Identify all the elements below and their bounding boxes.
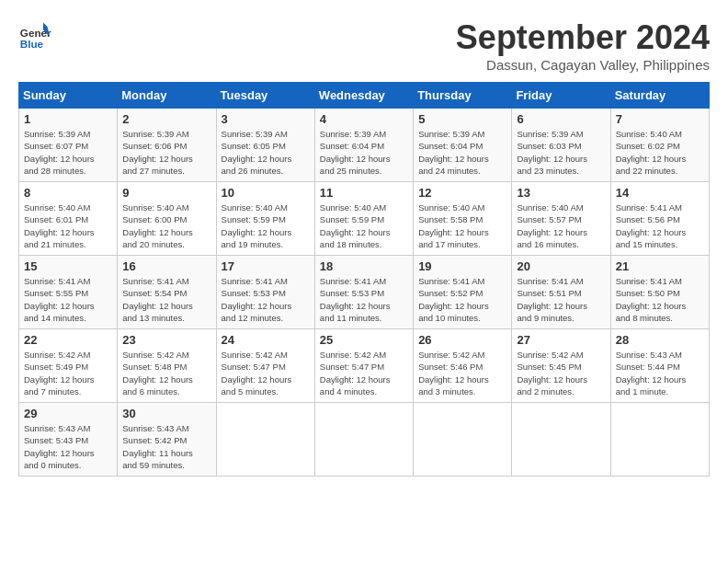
page-header: General Blue September 2024 Dassun, Caga…	[18, 18, 710, 73]
day-number: 2	[122, 112, 210, 126]
table-row: 29Sunrise: 5:43 AM Sunset: 5:43 PM Dayli…	[19, 403, 118, 477]
table-row: 4Sunrise: 5:39 AM Sunset: 6:04 PM Daylig…	[314, 109, 413, 182]
table-row	[216, 403, 314, 477]
table-row: 2Sunrise: 5:39 AM Sunset: 6:06 PM Daylig…	[118, 109, 216, 182]
cell-info: Sunrise: 5:40 AM Sunset: 6:02 PM Dayligh…	[616, 128, 704, 177]
cell-info: Sunrise: 5:42 AM Sunset: 5:48 PM Dayligh…	[122, 349, 210, 397]
col-header-saturday: Saturday	[610, 83, 709, 109]
day-number: 23	[122, 333, 210, 347]
table-row: 14Sunrise: 5:41 AM Sunset: 5:56 PM Dayli…	[610, 182, 709, 256]
cell-info: Sunrise: 5:39 AM Sunset: 6:05 PM Dayligh…	[222, 128, 310, 177]
cell-info: Sunrise: 5:42 AM Sunset: 5:45 PM Dayligh…	[517, 349, 605, 397]
cell-info: Sunrise: 5:41 AM Sunset: 5:51 PM Dayligh…	[517, 275, 605, 324]
table-row: 5Sunrise: 5:39 AM Sunset: 6:04 PM Daylig…	[414, 109, 512, 182]
cell-info: Sunrise: 5:42 AM Sunset: 5:47 PM Dayligh…	[320, 349, 408, 397]
day-number: 7	[616, 112, 704, 126]
logo-icon: General Blue	[18, 18, 51, 52]
day-number: 9	[122, 186, 210, 200]
table-row: 9Sunrise: 5:40 AM Sunset: 6:00 PM Daylig…	[118, 182, 216, 256]
table-row: 18Sunrise: 5:41 AM Sunset: 5:53 PM Dayli…	[314, 256, 413, 329]
day-number: 4	[320, 112, 408, 126]
cell-info: Sunrise: 5:42 AM Sunset: 5:47 PM Dayligh…	[222, 349, 310, 397]
day-number: 5	[418, 112, 506, 126]
cell-info: Sunrise: 5:40 AM Sunset: 6:00 PM Dayligh…	[122, 201, 210, 250]
table-row: 6Sunrise: 5:39 AM Sunset: 6:03 PM Daylig…	[512, 109, 610, 182]
table-row: 1Sunrise: 5:39 AM Sunset: 6:07 PM Daylig…	[19, 109, 118, 182]
table-row: 3Sunrise: 5:39 AM Sunset: 6:05 PM Daylig…	[216, 109, 314, 182]
table-row: 22Sunrise: 5:42 AM Sunset: 5:49 PM Dayli…	[19, 329, 118, 403]
table-row: 25Sunrise: 5:42 AM Sunset: 5:47 PM Dayli…	[314, 329, 413, 403]
day-number: 27	[517, 333, 605, 347]
cell-info: Sunrise: 5:40 AM Sunset: 5:57 PM Dayligh…	[517, 201, 605, 250]
table-row	[512, 403, 610, 477]
day-number: 16	[122, 259, 210, 273]
cell-info: Sunrise: 5:40 AM Sunset: 5:59 PM Dayligh…	[222, 201, 310, 250]
day-number: 13	[517, 186, 605, 200]
day-number: 24	[222, 333, 310, 347]
col-header-monday: Monday	[118, 83, 216, 109]
day-number: 26	[418, 333, 506, 347]
cell-info: Sunrise: 5:41 AM Sunset: 5:56 PM Dayligh…	[616, 201, 704, 250]
day-number: 6	[517, 112, 605, 126]
table-row	[414, 403, 512, 477]
cell-info: Sunrise: 5:40 AM Sunset: 5:59 PM Dayligh…	[320, 201, 408, 250]
table-row: 19Sunrise: 5:41 AM Sunset: 5:52 PM Dayli…	[414, 256, 512, 329]
cell-info: Sunrise: 5:40 AM Sunset: 6:01 PM Dayligh…	[24, 201, 112, 250]
table-row: 10Sunrise: 5:40 AM Sunset: 5:59 PM Dayli…	[216, 182, 314, 256]
month-title: September 2024	[456, 18, 710, 57]
svg-text:Blue: Blue	[20, 38, 44, 50]
table-row: 24Sunrise: 5:42 AM Sunset: 5:47 PM Dayli…	[216, 329, 314, 403]
calendar-table: SundayMondayTuesdayWednesdayThursdayFrid…	[18, 82, 710, 477]
day-number: 15	[24, 259, 112, 273]
cell-info: Sunrise: 5:42 AM Sunset: 5:49 PM Dayligh…	[24, 349, 112, 397]
day-number: 8	[24, 186, 112, 200]
cell-info: Sunrise: 5:41 AM Sunset: 5:52 PM Dayligh…	[418, 275, 506, 324]
location-subtitle: Dassun, Cagayan Valley, Philippines	[456, 57, 710, 73]
day-number: 29	[24, 407, 112, 420]
table-row	[610, 403, 709, 477]
table-row: 26Sunrise: 5:42 AM Sunset: 5:46 PM Dayli…	[414, 329, 512, 403]
cell-info: Sunrise: 5:41 AM Sunset: 5:50 PM Dayligh…	[616, 275, 704, 324]
cell-info: Sunrise: 5:39 AM Sunset: 6:04 PM Dayligh…	[418, 128, 506, 177]
table-row: 23Sunrise: 5:42 AM Sunset: 5:48 PM Dayli…	[118, 329, 216, 403]
cell-info: Sunrise: 5:41 AM Sunset: 5:53 PM Dayligh…	[320, 275, 408, 324]
table-row: 11Sunrise: 5:40 AM Sunset: 5:59 PM Dayli…	[314, 182, 413, 256]
cell-info: Sunrise: 5:43 AM Sunset: 5:44 PM Dayligh…	[616, 349, 704, 397]
day-number: 10	[222, 186, 310, 200]
day-number: 14	[616, 186, 704, 200]
day-number: 28	[616, 333, 704, 347]
day-number: 17	[222, 259, 310, 273]
col-header-sunday: Sunday	[19, 83, 118, 109]
cell-info: Sunrise: 5:39 AM Sunset: 6:04 PM Dayligh…	[320, 128, 408, 177]
cell-info: Sunrise: 5:43 AM Sunset: 5:43 PM Dayligh…	[24, 422, 112, 471]
cell-info: Sunrise: 5:40 AM Sunset: 5:58 PM Dayligh…	[418, 201, 506, 250]
table-row: 15Sunrise: 5:41 AM Sunset: 5:55 PM Dayli…	[19, 256, 118, 329]
logo: General Blue	[18, 18, 51, 52]
cell-info: Sunrise: 5:39 AM Sunset: 6:07 PM Dayligh…	[24, 128, 112, 177]
table-row: 27Sunrise: 5:42 AM Sunset: 5:45 PM Dayli…	[512, 329, 610, 403]
table-row: 17Sunrise: 5:41 AM Sunset: 5:53 PM Dayli…	[216, 256, 314, 329]
day-number: 21	[616, 259, 704, 273]
table-row: 8Sunrise: 5:40 AM Sunset: 6:01 PM Daylig…	[19, 182, 118, 256]
table-row: 20Sunrise: 5:41 AM Sunset: 5:51 PM Dayli…	[512, 256, 610, 329]
day-number: 25	[320, 333, 408, 347]
table-row: 21Sunrise: 5:41 AM Sunset: 5:50 PM Dayli…	[610, 256, 709, 329]
day-number: 30	[122, 407, 210, 420]
table-row: 7Sunrise: 5:40 AM Sunset: 6:02 PM Daylig…	[610, 109, 709, 182]
cell-info: Sunrise: 5:41 AM Sunset: 5:55 PM Dayligh…	[24, 275, 112, 324]
day-number: 12	[418, 186, 506, 200]
cell-info: Sunrise: 5:41 AM Sunset: 5:53 PM Dayligh…	[222, 275, 310, 324]
table-row: 12Sunrise: 5:40 AM Sunset: 5:58 PM Dayli…	[414, 182, 512, 256]
day-number: 19	[418, 259, 506, 273]
day-number: 1	[24, 112, 112, 126]
cell-info: Sunrise: 5:39 AM Sunset: 6:03 PM Dayligh…	[517, 128, 605, 177]
col-header-tuesday: Tuesday	[216, 83, 314, 109]
col-header-thursday: Thursday	[414, 83, 512, 109]
table-row: 16Sunrise: 5:41 AM Sunset: 5:54 PM Dayli…	[118, 256, 216, 329]
col-header-wednesday: Wednesday	[314, 83, 413, 109]
day-number: 22	[24, 333, 112, 347]
table-row: 30Sunrise: 5:43 AM Sunset: 5:42 PM Dayli…	[118, 403, 216, 477]
day-number: 18	[320, 259, 408, 273]
table-row: 13Sunrise: 5:40 AM Sunset: 5:57 PM Dayli…	[512, 182, 610, 256]
day-number: 11	[320, 186, 408, 200]
